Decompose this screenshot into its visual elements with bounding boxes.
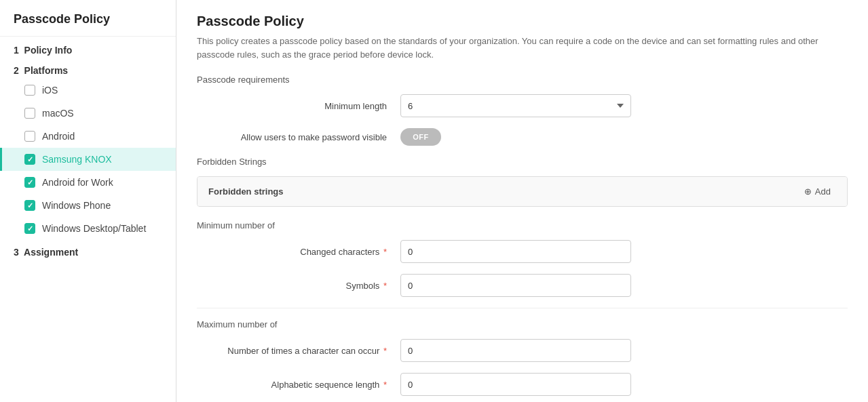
- platform-label-windows-phone: Windows Phone: [42, 200, 111, 211]
- sidebar-platform-macos[interactable]: macOS: [0, 102, 176, 125]
- page-title: Passcode Policy: [197, 14, 848, 29]
- minimum-length-select[interactable]: 4 5 6 7 8 9 10 12 14 16: [400, 94, 631, 117]
- sidebar-step-1[interactable]: 1 Policy Info: [0, 37, 176, 58]
- add-forbidden-string-button[interactable]: ⊕ Add: [799, 184, 836, 199]
- page-description: This policy creates a passcode policy ba…: [197, 35, 848, 61]
- passcode-requirements-header: Passcode requirements: [197, 75, 848, 85]
- forbidden-strings-header: Forbidden strings ⊕ Add: [197, 177, 847, 206]
- alpha-seq-input[interactable]: [400, 373, 631, 396]
- minimum-length-label: Minimum length: [197, 101, 400, 111]
- checkbox-macos[interactable]: [24, 108, 35, 119]
- times-char-occur-row: Number of times a character can occur *: [197, 339, 848, 362]
- changed-characters-label: Changed characters *: [197, 247, 400, 257]
- symbols-input[interactable]: [400, 274, 631, 297]
- minimum-length-row: Minimum length 4 5 6 7 8 9 10 12 14 16: [197, 94, 848, 117]
- symbols-label: Symbols *: [197, 281, 400, 291]
- times-char-occur-label: Number of times a character can occur *: [197, 346, 400, 356]
- platform-label-windows-desktop: Windows Desktop/Tablet: [42, 223, 146, 234]
- checkbox-android-for-work[interactable]: [24, 177, 35, 188]
- checkbox-windows-phone[interactable]: [24, 200, 35, 211]
- sidebar-step-2[interactable]: 2 Platforms: [0, 58, 176, 79]
- step-3-number: 3: [14, 247, 24, 258]
- platform-label-samsung-knox: Samsung KNOX: [42, 154, 112, 165]
- step-1-number: 1: [14, 45, 24, 56]
- platform-label-macos: macOS: [42, 108, 74, 119]
- alpha-seq-row: Alphabetic sequence length *: [197, 373, 848, 396]
- step-2-label: Platforms: [24, 65, 69, 76]
- forbidden-strings-section: Forbidden strings ⊕ Add: [197, 176, 848, 207]
- symbols-row: Symbols *: [197, 274, 848, 297]
- toggle-label: OFF: [413, 133, 429, 141]
- checkbox-windows-desktop[interactable]: [24, 223, 35, 234]
- forbidden-strings-title: Forbidden strings: [208, 186, 799, 197]
- checkbox-android[interactable]: [24, 131, 35, 142]
- symbols-required: *: [381, 281, 387, 291]
- changed-characters-required: *: [381, 247, 387, 257]
- sidebar-platform-samsung-knox[interactable]: Samsung KNOX: [0, 148, 176, 171]
- add-icon: ⊕: [804, 186, 812, 197]
- platform-label-android-for-work: Android for Work: [42, 177, 113, 188]
- forbidden-strings-section-label: Forbidden Strings: [197, 157, 848, 167]
- sidebar: Passcode Policy 1 Policy Info 2 Platform…: [0, 0, 176, 402]
- alpha-seq-required: *: [381, 380, 387, 390]
- checkbox-samsung-knox[interactable]: [24, 154, 35, 165]
- sidebar-platform-windows-phone[interactable]: Windows Phone: [0, 194, 176, 217]
- sidebar-platform-android-for-work[interactable]: Android for Work: [0, 171, 176, 194]
- sidebar-platform-ios[interactable]: iOS: [0, 79, 176, 102]
- main-content: Passcode Policy This policy creates a pa…: [176, 0, 868, 402]
- sidebar-title: Passcode Policy: [0, 0, 176, 37]
- alpha-seq-label: Alphabetic sequence length *: [197, 380, 400, 390]
- platform-label-ios: iOS: [42, 85, 58, 96]
- step-2-number: 2: [14, 65, 24, 76]
- times-char-occur-required: *: [381, 346, 387, 356]
- sidebar-step-3[interactable]: 3 Assignment: [0, 240, 176, 264]
- allow-visible-label: Allow users to make password visible: [197, 132, 400, 142]
- changed-characters-row: Changed characters *: [197, 240, 848, 263]
- times-char-occur-input[interactable]: [400, 339, 631, 362]
- allow-visible-row: Allow users to make password visible OFF: [197, 128, 848, 146]
- platform-list: iOSmacOSAndroidSamsung KNOXAndroid for W…: [0, 79, 176, 240]
- checkbox-ios[interactable]: [24, 85, 35, 96]
- sidebar-platform-android[interactable]: Android: [0, 125, 176, 148]
- step-1-label: Policy Info: [24, 45, 73, 56]
- divider: [197, 308, 848, 308]
- maximum-number-header: Maximum number of: [197, 319, 848, 329]
- password-visible-toggle[interactable]: OFF: [400, 128, 441, 146]
- minimum-number-header: Minimum number of: [197, 220, 848, 230]
- step-3-label: Assignment: [24, 247, 78, 258]
- platform-label-android: Android: [42, 131, 75, 142]
- sidebar-platform-windows-desktop[interactable]: Windows Desktop/Tablet: [0, 217, 176, 240]
- changed-characters-input[interactable]: [400, 240, 631, 263]
- add-button-label: Add: [815, 186, 831, 197]
